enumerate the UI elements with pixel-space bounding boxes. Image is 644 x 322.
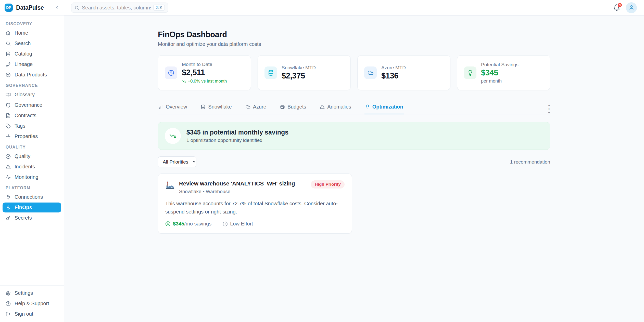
stat-label: Month to Date — [182, 62, 227, 67]
sidebar-item-data-products[interactable]: Data Products — [3, 70, 61, 80]
global-search[interactable]: ⌘K — [71, 3, 168, 13]
alert-triangle-icon — [320, 104, 325, 109]
content-area: FinOps Dashboard Monitor and optimize yo… — [64, 16, 644, 322]
sidebar-item-governance[interactable]: Governance — [3, 100, 61, 110]
sidebar-item-label: Settings — [15, 290, 33, 296]
tab-snowflake[interactable]: Snowflake — [200, 101, 232, 114]
banner-title: $345 in potential monthly savings — [186, 129, 288, 136]
sidebar-item-properties[interactable]: Properties — [3, 131, 61, 141]
sidebar-item-lineage[interactable]: Lineage — [3, 59, 61, 69]
logout-icon — [6, 312, 11, 317]
section-label-platform: PLATFORM — [3, 183, 61, 192]
tab-label: Snowflake — [208, 104, 232, 110]
savings-value: $345 — [173, 221, 184, 226]
sidebar-footer: Settings Help & Support Sign out — [0, 285, 64, 322]
sliders-icon — [6, 134, 11, 139]
sidebar-item-label: Secrets — [15, 215, 32, 221]
scroll-up-icon[interactable]: ▲ — [547, 103, 551, 107]
stat-delta: +0.0% vs last month — [182, 79, 227, 84]
stats-row: Month to Date $2,511 +0.0% vs last month — [158, 55, 550, 90]
wallet-icon — [280, 104, 285, 109]
brand-name: DataPulse — [16, 4, 44, 11]
database-icon — [201, 104, 206, 109]
user-avatar[interactable] — [626, 2, 637, 13]
stat-card-potential-savings: Potential Savings $345 per month — [457, 55, 550, 90]
sidebar-item-monitoring[interactable]: Monitoring — [3, 172, 61, 182]
key-icon — [6, 216, 11, 221]
tab-budgets[interactable]: Budgets — [280, 101, 307, 114]
lightbulb-icon — [464, 66, 476, 79]
scroll-thumb-icon: ● — [548, 108, 550, 110]
tab-bar: Overview Snowflake Azure — [158, 101, 550, 114]
sidebar-item-catalog[interactable]: Catalog — [3, 49, 61, 59]
stat-label: Snowflake MTD — [282, 65, 316, 71]
section-label-quality: QUALITY — [3, 142, 61, 151]
git-branch-icon — [6, 62, 11, 67]
recommendation-header: Review warehouse 'ANALYTICS_WH' sizing S… — [165, 180, 345, 194]
stat-card-azure-mtd: Azure MTD $136 — [357, 55, 450, 90]
sidebar-header: DP DataPulse — [0, 0, 64, 16]
stat-value: $2,511 — [182, 68, 227, 77]
savings-estimate: $345/mo savings — [165, 221, 211, 227]
stat-value: $136 — [381, 71, 406, 81]
sidebar-item-label: Contracts — [15, 113, 36, 118]
section-label-discovery: DISCOVERY — [3, 19, 61, 28]
stat-label: Potential Savings — [481, 62, 519, 68]
sidebar-item-settings[interactable]: Settings — [3, 288, 61, 298]
sidebar-item-search[interactable]: Search — [3, 38, 61, 48]
home-icon — [6, 31, 11, 36]
user-icon — [629, 5, 634, 10]
clock-icon — [223, 221, 228, 226]
tab-anomalies[interactable]: Anomalies — [319, 101, 351, 114]
shield-icon — [6, 103, 11, 108]
tab-label: Optimization — [372, 104, 403, 110]
recommendation-card[interactable]: Review warehouse 'ANALYTICS_WH' sizing S… — [158, 173, 352, 234]
sidebar-item-label: Search — [15, 41, 31, 46]
recommendation-count: 1 recommendation — [510, 159, 550, 165]
priority-badge: High Priority — [311, 180, 345, 189]
sidebar-item-contracts[interactable]: Contracts — [3, 111, 61, 120]
search-icon — [74, 5, 79, 10]
sidebar-item-home[interactable]: Home — [3, 28, 61, 38]
sidebar-item-incidents[interactable]: Incidents — [3, 162, 61, 172]
filter-row: All Priorities 1 recommendation — [158, 156, 550, 167]
sidebar-item-tags[interactable]: Tags — [3, 121, 61, 131]
trending-down-icon — [182, 79, 186, 84]
page-title: FinOps Dashboard — [158, 30, 550, 39]
scroll-down-icon[interactable]: ▼ — [547, 111, 551, 114]
sidebar-item-finops[interactable]: FinOps — [3, 203, 61, 212]
stat-delta-text: +0.0% vs last month — [188, 79, 227, 84]
alert-triangle-icon — [6, 164, 11, 169]
page-subtitle: Monitor and optimize your data platform … — [158, 41, 550, 47]
sidebar-item-quality[interactable]: Quality — [3, 151, 61, 161]
trending-down-icon — [165, 128, 181, 144]
recommendation-footer: $345/mo savings Low Effort — [165, 221, 345, 227]
dollar-icon — [6, 205, 11, 210]
sidebar-item-connections[interactable]: Connections — [3, 192, 61, 202]
sidebar: DP DataPulse DISCOVERY Home Search — [0, 0, 64, 322]
check-circle-icon — [6, 154, 11, 159]
tab-azure[interactable]: Azure — [245, 101, 267, 114]
sidebar-item-signout[interactable]: Sign out — [3, 309, 61, 319]
sidebar-item-label: FinOps — [15, 205, 32, 210]
sidebar-item-label: Governance — [15, 102, 42, 108]
tab-optimization[interactable]: Optimization — [364, 101, 404, 114]
sidebar-item-help[interactable]: Help & Support — [3, 299, 61, 308]
sidebar-item-glossary[interactable]: Glossary — [3, 90, 61, 100]
tab-label: Anomalies — [327, 104, 351, 110]
notifications-button[interactable]: 3 — [613, 4, 620, 11]
sidebar-item-secrets[interactable]: Secrets — [3, 213, 61, 223]
tab-scroll-spinner[interactable]: ▲ ● ▼ — [547, 103, 551, 114]
recommendation-source: Snowflake • Warehouse — [179, 189, 295, 194]
tab-overview[interactable]: Overview — [158, 101, 187, 114]
notification-count-badge: 3 — [617, 3, 622, 8]
savings-suffix: /mo savings — [184, 221, 212, 226]
stat-sub-label: per month — [481, 78, 519, 84]
priority-filter-select[interactable]: All Priorities — [158, 156, 196, 167]
banner-subtitle: 1 optimization opportunity identified — [186, 138, 288, 143]
search-input[interactable] — [82, 5, 151, 11]
collapse-sidebar-icon[interactable] — [55, 5, 59, 10]
sidebar-item-label: Tags — [15, 123, 25, 129]
section-label-governance: GOVERNANCE — [3, 80, 61, 90]
sidebar-item-label: Home — [15, 30, 28, 36]
